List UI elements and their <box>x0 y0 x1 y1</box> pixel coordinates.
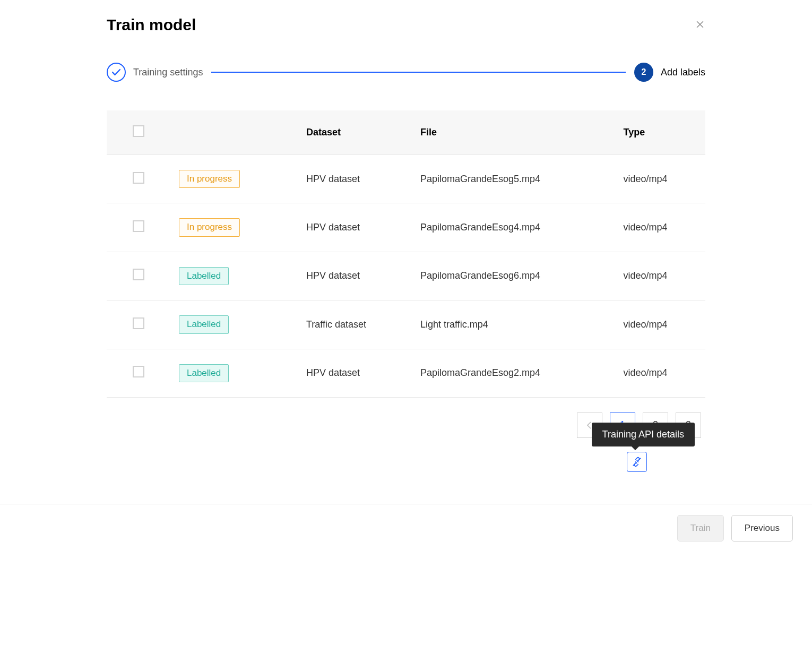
cell-type: video/mp4 <box>615 349 705 397</box>
cell-dataset: HPV dataset <box>298 155 412 203</box>
check-icon <box>107 63 126 82</box>
table-row: Labelled HPV dataset PapilomaGrandeEsog2… <box>107 349 705 397</box>
cell-dataset: HPV dataset <box>298 349 412 397</box>
row-checkbox[interactable] <box>133 172 144 184</box>
labels-table: Dataset File Type In progress HPV datase… <box>107 110 705 398</box>
row-checkbox[interactable] <box>133 317 144 329</box>
step-add-labels[interactable]: 2 Add labels <box>634 63 705 82</box>
cell-type: video/mp4 <box>615 252 705 300</box>
step-connector <box>211 72 626 73</box>
select-all-checkbox[interactable] <box>133 125 144 137</box>
step-label: Training settings <box>133 67 203 78</box>
cell-file: PapilomaGrandeEsog6.mp4 <box>412 252 615 300</box>
row-checkbox[interactable] <box>133 366 144 377</box>
page-title: Train model <box>107 16 705 34</box>
table-row: Labelled HPV dataset PapilomaGrandeEsog6… <box>107 252 705 300</box>
status-badge: Labelled <box>179 364 229 382</box>
status-badge: In progress <box>179 170 240 188</box>
row-checkbox[interactable] <box>133 269 144 280</box>
col-header-dataset: Dataset <box>298 110 412 155</box>
cell-file: Light traffic.mp4 <box>412 300 615 349</box>
step-training-settings[interactable]: Training settings <box>107 63 203 82</box>
stepper: Training settings 2 Add labels <box>107 63 705 82</box>
cell-dataset: HPV dataset <box>298 252 412 300</box>
table-row: In progress HPV dataset PapilomaGrandeEs… <box>107 203 705 252</box>
row-checkbox[interactable] <box>133 220 144 232</box>
cell-dataset: Traffic dataset <box>298 300 412 349</box>
close-icon[interactable] <box>695 19 705 30</box>
step-number-badge: 2 <box>634 63 653 82</box>
api-details-button[interactable] <box>627 452 647 472</box>
cell-file: PapilomaGrandeEsog5.mp4 <box>412 155 615 203</box>
cell-file: PapilomaGrandeEsog4.mp4 <box>412 203 615 252</box>
plug-icon <box>632 457 642 467</box>
footer: Train Previous <box>0 504 812 552</box>
step-label: Add labels <box>661 67 705 78</box>
table-row: In progress HPV dataset PapilomaGrandeEs… <box>107 155 705 203</box>
cell-file: PapilomaGrandeEsog2.mp4 <box>412 349 615 397</box>
train-button[interactable]: Train <box>677 515 724 542</box>
col-header-file: File <box>412 110 615 155</box>
cell-type: video/mp4 <box>615 203 705 252</box>
cell-type: video/mp4 <box>615 300 705 349</box>
cell-type: video/mp4 <box>615 155 705 203</box>
tooltip: Training API details <box>592 423 695 446</box>
cell-dataset: HPV dataset <box>298 203 412 252</box>
previous-button[interactable]: Previous <box>731 515 793 542</box>
table-row: Labelled Traffic dataset Light traffic.m… <box>107 300 705 349</box>
status-badge: Labelled <box>179 267 229 285</box>
status-badge: In progress <box>179 218 240 236</box>
col-header-type: Type <box>615 110 705 155</box>
status-badge: Labelled <box>179 315 229 333</box>
